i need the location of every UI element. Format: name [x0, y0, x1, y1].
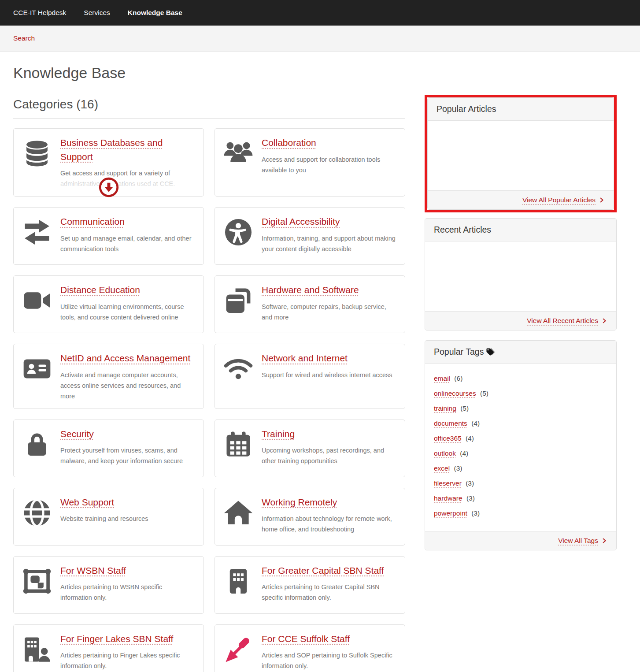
tag-link[interactable]: fileserver [434, 479, 462, 487]
tag-row: documents (4) [434, 419, 607, 428]
tag-count: (4) [471, 420, 480, 427]
tag-link[interactable]: outlook [434, 449, 456, 457]
category-title-link[interactable]: Digital Accessibility [262, 216, 340, 226]
popular-articles-footer: View All Popular Articles [428, 190, 614, 209]
tag-link[interactable]: hardware [434, 494, 462, 502]
chevron-right-icon [601, 318, 607, 324]
category-card[interactable]: Working Remotely Information about techn… [215, 488, 405, 546]
tag-row: email (6) [434, 374, 607, 383]
category-card[interactable]: Digital Accessibility Information, train… [215, 207, 405, 265]
category-card[interactable]: Hardware and Software Software, computer… [215, 275, 405, 333]
accessibility-icon [223, 217, 254, 257]
top-navigation: CCE-IT Helpdesk Services Knowledge Base [0, 0, 640, 26]
nav-item-services[interactable]: Services [84, 9, 110, 17]
category-card[interactable]: For CCE Suffolk Staff Articles and SOP p… [215, 624, 405, 672]
category-title-link[interactable]: Communication [60, 216, 125, 226]
tag-row: powerpoint (3) [434, 509, 607, 518]
popular-tags-header: Popular Tags [425, 341, 616, 364]
page-content: Knowledge Base Categories (16) Business … [0, 64, 640, 672]
category-title-link[interactable]: Security [60, 429, 94, 439]
category-title-link[interactable]: For Finger Lakes SBN Staff [60, 634, 173, 644]
tag-link[interactable]: onlinecourses [434, 390, 476, 397]
category-card[interactable]: Collaboration Access and support for col… [215, 128, 405, 197]
popular-tags-footer: View All Tags [425, 531, 616, 550]
category-title-link[interactable]: Collaboration [262, 137, 316, 148]
wifi-icon [223, 353, 254, 401]
view-all-tags-link[interactable]: View All Tags [558, 537, 607, 545]
view-all-popular-articles-link[interactable]: View All Popular Articles [522, 196, 605, 204]
popular-tags-title: Popular Tags [434, 347, 484, 357]
building-person-icon [22, 634, 52, 672]
tag-row: hardware (3) [434, 494, 607, 503]
category-title-link[interactable]: Network and Internet [262, 353, 348, 363]
nav-brand[interactable]: CCE-IT Helpdesk [13, 9, 66, 17]
video-camera-icon [22, 285, 52, 326]
tag-row: outlook (4) [434, 449, 607, 458]
id-card-icon [22, 353, 52, 401]
category-description: Activate and manage computer accounts, a… [60, 370, 196, 401]
category-card[interactable]: Communication Set up and manage email, c… [13, 207, 204, 265]
categories-section: Categories (16) Business Databases and S… [13, 97, 405, 672]
tag-count: (3) [466, 479, 474, 487]
search-link[interactable]: Search [13, 34, 35, 42]
trowel-icon [223, 634, 254, 672]
recent-articles-panel: Recent Articles View All Recent Articles [425, 218, 617, 330]
nav-item-knowledge-base[interactable]: Knowledge Base [128, 9, 182, 17]
category-card[interactable]: Training Upcoming workshops, past record… [215, 420, 405, 477]
building-icon [223, 566, 254, 606]
recent-articles-footer: View All Recent Articles [425, 311, 616, 330]
tag-link[interactable]: powerpoint [434, 509, 467, 517]
category-card[interactable]: For Greater Capital SBN Staff Articles p… [215, 556, 405, 614]
tag-count: (5) [460, 405, 469, 412]
tag-row: training (5) [434, 404, 607, 413]
circle-down-arrow-icon [99, 177, 119, 197]
category-description: Information about technology for remote … [262, 513, 397, 535]
category-card[interactable]: Security Protect yourself from viruses, … [13, 420, 204, 477]
tag-count: (4) [460, 449, 468, 457]
tags-icon [485, 347, 495, 356]
popular-articles-panel: Popular Articles View All Popular Articl… [427, 97, 614, 210]
popular-tags-list: email (6) onlinecourses (5) training (5)… [425, 364, 616, 531]
tag-count: (6) [454, 375, 462, 382]
category-description: Articles and SOP pertaining to Suffolk S… [262, 650, 397, 671]
view-all-recent-articles-link[interactable]: View All Recent Articles [527, 317, 607, 325]
category-title-link[interactable]: Hardware and Software [262, 285, 359, 295]
category-description: Software, computer repairs, backup servi… [262, 301, 397, 323]
categories-grid: Business Databases and Support Get acces… [13, 128, 405, 672]
tag-count: (4) [466, 434, 474, 442]
category-card[interactable]: Network and Internet Support for wired a… [215, 344, 405, 409]
page-title: Knowledge Base [13, 64, 627, 82]
tag-count: (3) [466, 494, 475, 502]
category-title-link[interactable]: For Greater Capital SBN Staff [262, 565, 384, 575]
category-title-link[interactable]: Business Databases and Support [60, 137, 163, 162]
category-title-link[interactable]: For CCE Suffolk Staff [262, 634, 350, 644]
tag-link[interactable]: excel [434, 464, 450, 472]
collaboration-people-icon [223, 138, 254, 189]
category-title-link[interactable]: Working Remotely [262, 497, 337, 507]
database-icon [22, 138, 52, 189]
communication-arrows-icon [22, 217, 52, 257]
category-title-link[interactable]: For WSBN Staff [60, 565, 126, 575]
category-title-link[interactable]: Web Support [60, 497, 114, 507]
search-bar: Search [0, 26, 640, 52]
chevron-right-icon [599, 197, 605, 203]
tag-link[interactable]: training [434, 405, 456, 412]
category-card[interactable]: For Finger Lakes SBN Staff Articles pert… [13, 624, 204, 672]
tag-link[interactable]: email [434, 375, 450, 382]
category-title-link[interactable]: NetID and Access Management [60, 353, 190, 363]
tag-link[interactable]: documents [434, 420, 467, 427]
recent-articles-header: Recent Articles [425, 219, 616, 241]
category-card[interactable]: NetID and Access Management Activate and… [13, 344, 204, 409]
category-card[interactable]: Web Support Website training and resourc… [13, 488, 204, 546]
category-title-link[interactable]: Training [262, 429, 295, 439]
calendar-icon [223, 429, 254, 470]
category-description: Upcoming workshops, past recordings, and… [262, 445, 397, 466]
chevron-right-icon [601, 538, 607, 544]
red-highlight-annotation: Popular Articles View All Popular Articl… [425, 95, 617, 212]
category-card[interactable]: For WSBN Staff Articles pertaining to WS… [13, 556, 204, 614]
category-description: Access and support for collaboration too… [262, 154, 397, 175]
category-card[interactable]: Distance Education Utilize virtual learn… [13, 275, 204, 333]
category-title-link[interactable]: Distance Education [60, 285, 140, 295]
heading-divider [13, 118, 405, 119]
tag-link[interactable]: office365 [434, 434, 462, 442]
